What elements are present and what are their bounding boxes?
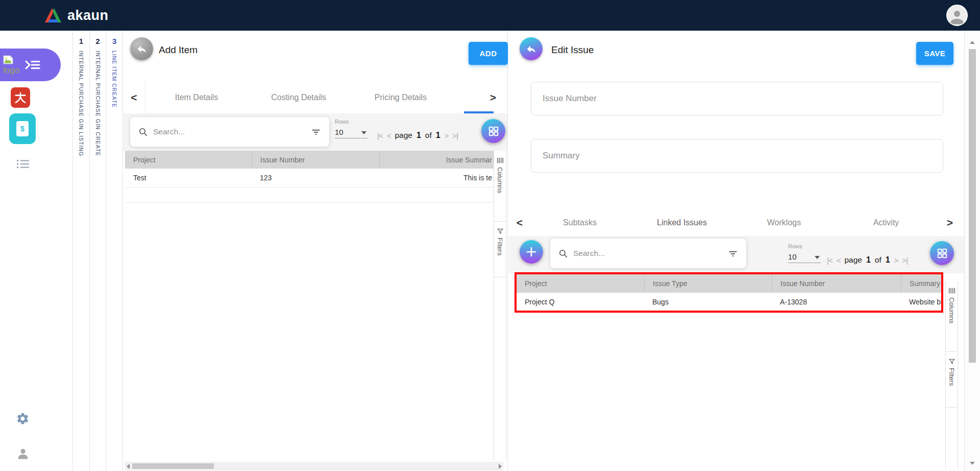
list-menu-icon[interactable] xyxy=(16,158,30,172)
col-project[interactable]: Project xyxy=(517,274,644,293)
tabs-scroll-right[interactable]: > xyxy=(939,207,961,239)
first-page-button[interactable]: |< xyxy=(377,131,383,140)
edit-issue-tabbar: < Subtasks Linked Issues Worklogs Activi… xyxy=(508,207,964,239)
scroll-down-arrow[interactable] xyxy=(970,462,975,465)
sidebar-logo-pill[interactable]: logo xyxy=(0,49,61,81)
last-page-button[interactable]: >| xyxy=(452,131,458,140)
svg-text:$: $ xyxy=(20,125,24,133)
columns-icon xyxy=(948,287,955,294)
logo-alt-text: logo xyxy=(3,66,19,75)
tab-activity[interactable]: Activity xyxy=(835,207,937,239)
empty-table-row xyxy=(125,187,494,203)
col-summary[interactable]: Summary xyxy=(901,274,941,293)
sidebar-expand-icon[interactable] xyxy=(24,59,41,70)
table-row[interactable]: Test 123 This is te xyxy=(125,169,494,187)
col-project[interactable]: Project xyxy=(125,151,252,169)
prev-page-button[interactable]: < xyxy=(837,256,841,265)
tab-costing-details[interactable]: Costing Details xyxy=(248,82,350,113)
tabs-scroll-left[interactable]: < xyxy=(123,82,145,113)
tab-item-details[interactable]: Item Details xyxy=(145,82,248,113)
add-item-toolbar: Rows 10 |< < page 1 of 1 > >| xyxy=(123,113,507,151)
rows-value: 10 xyxy=(335,128,344,136)
workspace-tab-internal-purchase-gin-listing[interactable]: 1 INTERNAL PURCHASE GIN LISTING xyxy=(72,31,89,471)
col-issue-summary[interactable]: Issue Summar xyxy=(379,151,494,169)
funnel-icon xyxy=(948,358,955,365)
columns-label: Columns xyxy=(948,297,955,323)
current-page: 1 xyxy=(416,131,421,140)
page-title: Add Item xyxy=(159,44,198,56)
issue-number-input[interactable] xyxy=(531,82,943,115)
sidebar: logo $ xyxy=(0,31,72,471)
scrollbar-thumb[interactable] xyxy=(969,49,976,363)
horizontal-scrollbar[interactable] xyxy=(125,462,503,470)
back-button[interactable] xyxy=(520,37,543,60)
col-issue-type[interactable]: Issue Type xyxy=(644,274,772,293)
dai-character-icon xyxy=(14,91,27,104)
filter-list-icon[interactable] xyxy=(728,248,738,258)
scroll-left-arrow[interactable] xyxy=(127,464,130,469)
tab-pricing-details[interactable]: Pricing Details xyxy=(350,82,452,113)
grid-view-button[interactable] xyxy=(481,119,505,143)
cell-issue-number: A-13028 xyxy=(772,298,901,306)
add-button[interactable]: ADD xyxy=(469,42,508,65)
scroll-up-arrow[interactable] xyxy=(970,41,975,44)
funnel-icon xyxy=(497,228,504,234)
rows-label: Rows xyxy=(788,243,821,249)
scroll-right-arrow[interactable] xyxy=(499,464,502,469)
save-button[interactable]: SAVE xyxy=(916,42,953,65)
filters-toggle[interactable]: Filters xyxy=(946,351,958,408)
summary-input[interactable] xyxy=(531,139,943,172)
app-tile-red[interactable] xyxy=(11,87,30,108)
rows-value: 10 xyxy=(788,252,797,261)
tab-subtasks[interactable]: Subtasks xyxy=(529,207,631,239)
rows-select[interactable]: 10 xyxy=(335,128,368,138)
issue-number-field xyxy=(531,82,943,115)
table-side-rail: Columns Filters xyxy=(945,281,958,469)
workspace-tab-label: INTERNAL PURCHASE GIN LISTING xyxy=(78,51,84,156)
settings-gear-icon[interactable] xyxy=(16,412,30,428)
of-word: of xyxy=(425,131,432,140)
total-pages: 1 xyxy=(886,255,890,265)
next-page-button[interactable]: > xyxy=(894,256,898,265)
grid-view-button[interactable] xyxy=(930,241,954,265)
tabs-scroll-right[interactable]: > xyxy=(482,82,504,113)
last-page-button[interactable]: >| xyxy=(902,256,908,265)
next-page-button[interactable]: > xyxy=(445,131,449,140)
filters-label: Filters xyxy=(496,238,504,255)
person-icon xyxy=(948,8,966,25)
col-issue-number[interactable]: Issue Number xyxy=(772,274,901,293)
search-input[interactable] xyxy=(153,127,311,136)
search-input[interactable] xyxy=(573,249,728,258)
first-page-button[interactable]: |< xyxy=(827,256,832,265)
prev-page-button[interactable]: < xyxy=(387,131,391,140)
filter-list-icon[interactable] xyxy=(311,127,321,137)
columns-label: Columns xyxy=(496,167,504,193)
rows-per-page: Rows 10 xyxy=(335,119,368,138)
columns-toggle[interactable]: Columns xyxy=(946,281,958,351)
filters-toggle[interactable]: Filters xyxy=(494,221,506,277)
tab-linked-issues[interactable]: Linked Issues xyxy=(631,207,733,239)
columns-toggle[interactable]: Columns xyxy=(494,151,506,221)
app-tile-billing[interactable]: $ xyxy=(9,113,36,144)
workspace-tab-internal-purchase-gin-create[interactable]: 2 INTERNAL PURCHASE GIN CREATE xyxy=(89,31,106,471)
back-button[interactable] xyxy=(130,37,153,60)
caret-down-icon xyxy=(815,256,820,259)
col-issue-number[interactable]: Issue Number xyxy=(252,151,379,169)
cell-summary: Website bu xyxy=(901,298,941,306)
workspace-tab-line-item-create[interactable]: 3 LINE ITEM CREATE xyxy=(106,31,123,471)
caret-down-icon xyxy=(361,131,366,134)
profile-person-icon[interactable] xyxy=(16,446,30,463)
reply-arrow-icon xyxy=(526,43,537,55)
search-box xyxy=(550,239,746,268)
user-avatar[interactable] xyxy=(946,5,968,26)
rows-select[interactable]: 10 xyxy=(788,252,821,263)
vertical-scrollbar[interactable] xyxy=(964,31,980,471)
tab-worklogs[interactable]: Worklogs xyxy=(733,207,835,239)
broken-logo-image: logo xyxy=(3,55,19,75)
add-linked-issue-button[interactable] xyxy=(520,240,543,264)
pagination: |< < page 1 of 1 > >| xyxy=(377,131,458,140)
scrollbar-thumb[interactable] xyxy=(132,463,214,469)
current-page: 1 xyxy=(866,255,871,265)
table-row[interactable]: Project Q Bugs A-13028 Website bu xyxy=(517,293,941,311)
tabs-scroll-left[interactable]: < xyxy=(508,207,531,239)
